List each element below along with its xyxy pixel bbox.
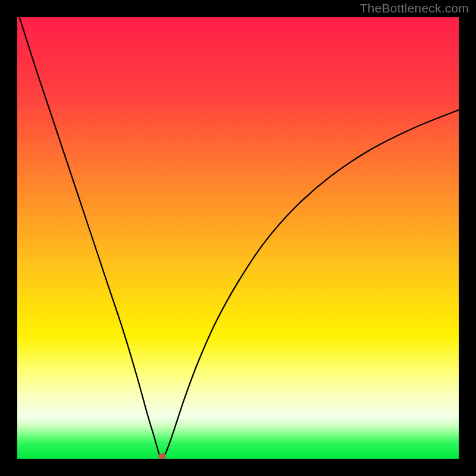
plot-area <box>17 17 459 459</box>
chart-frame: TheBottleneck.com <box>0 0 476 476</box>
watermark-text: TheBottleneck.com <box>360 1 469 15</box>
curve-vertex-dot <box>158 453 166 459</box>
bottleneck-curve <box>17 17 459 459</box>
